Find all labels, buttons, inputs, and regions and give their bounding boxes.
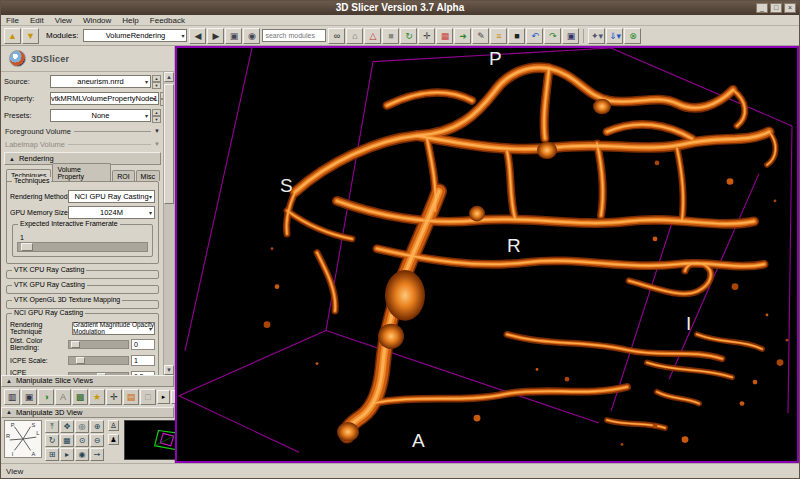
fiducials-icon[interactable]: ➜	[454, 28, 471, 44]
slice-cross-icon[interactable]: ✛	[106, 389, 122, 405]
framerate-slider[interactable]	[17, 242, 148, 252]
manipulate-3d-view-header[interactable]: ▲ Manipulate 3D View	[1, 407, 174, 419]
measurements-icon[interactable]: △	[364, 28, 381, 44]
title-bar[interactable]: 3D Slicer Version 3.7 Alpha _ □ ×	[1, 1, 799, 15]
orientation-label-i: I	[686, 313, 691, 335]
module-pose-icon[interactable]: ◉	[243, 28, 260, 44]
spin-down-icon[interactable]: ▼	[152, 116, 161, 123]
menu-view[interactable]: View	[55, 16, 72, 25]
pitch-up-icon[interactable]: ⤒	[45, 420, 59, 433]
scrollbar-thumb[interactable]	[164, 84, 174, 204]
field-combobox-2[interactable]: None▾	[50, 109, 151, 122]
menu-window[interactable]: Window	[83, 16, 111, 25]
groupbox-vtk-opengl-3d-texture-mapping[interactable]: VTK OpenGL 3D Texture Mapping	[6, 300, 159, 309]
slice-fit-icon[interactable]: ◑	[38, 389, 54, 405]
field-spinner[interactable]: ▲▼	[152, 109, 161, 122]
spin-down-icon[interactable]: ▼	[152, 82, 161, 89]
slice-option-button[interactable]: ▸	[157, 390, 170, 404]
labelmap-volume-section[interactable]: Labelmap Volume ▼	[5, 138, 160, 150]
nci-slider-value[interactable]: 0	[131, 339, 155, 350]
lookfrom-icon[interactable]: ⊙	[75, 434, 89, 447]
orientation-compass[interactable]: PSL AIR	[4, 420, 42, 458]
reload-icon[interactable]: ↻	[400, 28, 417, 44]
spin-up-icon[interactable]: ▲	[152, 75, 161, 82]
editor-icon[interactable]: ✎	[472, 28, 489, 44]
module-back-icon[interactable]: ◀	[189, 28, 206, 44]
ruler-icon[interactable]: ≡	[490, 28, 507, 44]
foreground-volume-section[interactable]: Foreground Volume ▼	[5, 125, 160, 137]
colors-icon[interactable]: ▦	[436, 28, 453, 44]
menu-feedback[interactable]: Feedback	[150, 16, 185, 25]
undo-icon[interactable]: ↶	[526, 28, 543, 44]
module-panel-icon[interactable]: ▣	[225, 28, 242, 44]
field-combobox-1[interactable]: vtkMRMLVolumePropertyNode1▾	[50, 92, 159, 105]
nci-slider-value[interactable]: 1	[131, 355, 155, 366]
groupbox-vtk-cpu-ray-casting[interactable]: VTK CPU Ray Casting	[6, 270, 159, 279]
axes-icon[interactable]: ➙	[90, 448, 104, 461]
nci-slider-1[interactable]	[68, 356, 129, 365]
extensions-icon[interactable]: ⊗	[624, 28, 641, 44]
transform-icon[interactable]: ✛	[418, 28, 435, 44]
groupbox-vtk-gpu-ray-casting[interactable]: VTK GPU Ray Casting	[6, 285, 159, 294]
nci-slider-0[interactable]	[68, 340, 129, 349]
menu-file[interactable]: File	[6, 16, 19, 25]
slice-layers-icon[interactable]: ▤	[123, 389, 139, 405]
view3d-canvas[interactable]: PSRIA	[175, 46, 799, 463]
scroll-down-icon[interactable]: ▼	[164, 365, 174, 375]
models-icon[interactable]: ■	[508, 28, 525, 44]
field-row-0: Source:aneurism.nrrd▾▲▼	[4, 74, 161, 89]
redo-icon[interactable]: ↷	[544, 28, 561, 44]
save-scene-icon[interactable]: ▼	[22, 28, 39, 44]
rendering-technique-combobox[interactable]: Gradient Magnitude Opacity Modulation ▾	[72, 322, 155, 335]
field-combobox-0[interactable]: aneurism.nrrd▾	[50, 75, 151, 88]
spin-up-icon[interactable]: ▲	[152, 109, 161, 116]
zoom-in-icon[interactable]: ⊕	[90, 420, 104, 433]
play-icon[interactable]: ▸	[60, 448, 74, 461]
menu-help[interactable]: Help	[122, 16, 138, 25]
search-modules-icon[interactable]: ∞	[328, 28, 345, 44]
tab-volume-property[interactable]: Volume Property	[52, 163, 111, 181]
close-button[interactable]: ×	[784, 3, 796, 13]
field-spinner[interactable]: ▲▼	[152, 75, 161, 88]
spin-icon[interactable]: ✥	[60, 420, 74, 433]
modules-combobox[interactable]: VolumeRendering ▾	[83, 29, 187, 42]
load-scene-icon[interactable]: ▲	[4, 28, 21, 44]
slider-thumb[interactable]	[21, 243, 33, 251]
slice-label-icon[interactable]: A	[55, 389, 71, 405]
minimize-button[interactable]: _	[756, 3, 768, 13]
tab-misc[interactable]: Misc	[136, 170, 160, 181]
nci-slider-2[interactable]	[68, 372, 129, 376]
home-module-icon[interactable]: ⌂	[346, 28, 363, 44]
camera-icon[interactable]: ◎	[75, 420, 89, 433]
maximize-button[interactable]: □	[770, 3, 782, 13]
menu-edit[interactable]: Edit	[30, 16, 44, 25]
slice-grid-icon[interactable]: ▩	[72, 389, 88, 405]
slider-thumb[interactable]	[97, 373, 106, 376]
panel-scrollbar[interactable]: ▲ ▼	[163, 72, 174, 375]
zoom-out-icon[interactable]: ⊖	[90, 434, 104, 447]
slider-thumb[interactable]	[76, 357, 85, 364]
stereo-user-icon[interactable]: ♙	[108, 420, 119, 431]
tab-roi[interactable]: ROI	[112, 170, 134, 181]
select-icon[interactable]: ◉	[75, 448, 89, 461]
nci-slider-value[interactable]: 0.5	[131, 371, 155, 376]
slice-star-icon[interactable]: ★	[89, 389, 105, 405]
manipulate-slice-views-header[interactable]: ▲ Manipulate Slice Views	[1, 375, 174, 387]
scroll-up-icon[interactable]: ▲	[164, 72, 174, 82]
module-forward-icon[interactable]: ▶	[207, 28, 224, 44]
rendering-method-combobox[interactable]: NCI GPU Ray Casting ▾	[68, 190, 155, 203]
slider-thumb[interactable]	[71, 341, 80, 348]
center-view-icon[interactable]: ⊞	[45, 448, 59, 461]
save-data-icon[interactable]: ▣	[562, 28, 579, 44]
volumes-icon[interactable]: ■	[382, 28, 399, 44]
annotation-user-icon[interactable]: ♟	[108, 434, 119, 445]
screenshot-icon[interactable]: ⇓▾	[606, 28, 623, 44]
search-modules-input[interactable]	[262, 29, 326, 42]
rotate-icon[interactable]: ↻	[45, 434, 59, 447]
ortho-icon[interactable]: ▦	[60, 434, 74, 447]
slice-blank-icon[interactable]: □	[140, 389, 156, 405]
slice-link-icon[interactable]: ▣	[21, 389, 37, 405]
scene-views-icon[interactable]: ✦▾	[588, 28, 605, 44]
gpu-memory-combobox[interactable]: 1024M ▾	[68, 206, 155, 219]
slice-visibility-icon[interactable]: ▥	[4, 389, 20, 405]
